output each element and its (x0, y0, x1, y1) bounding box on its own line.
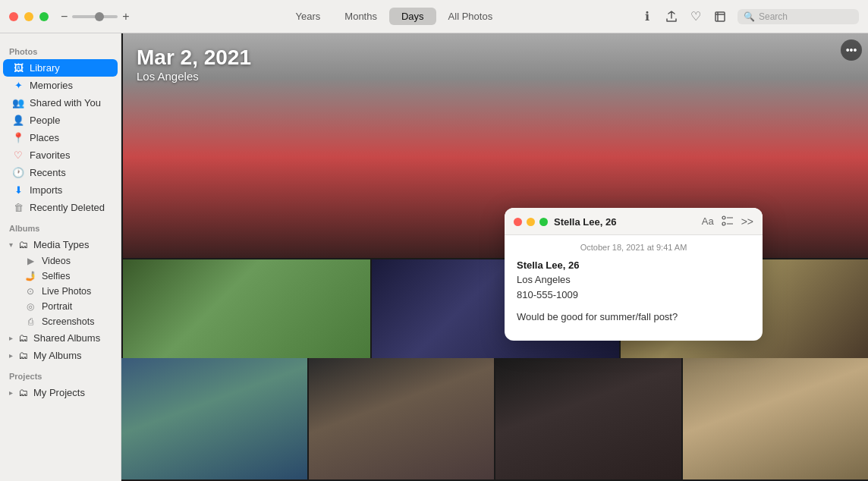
shared-with-you-icon: 👥 (12, 97, 24, 108)
maximize-button[interactable] (39, 12, 49, 21)
imports-icon: ⬇ (12, 184, 24, 196)
sidebar-item-imports[interactable]: ⬇ Imports (3, 181, 118, 199)
albums-section-label: Albums (0, 216, 121, 236)
selfies-icon: 🤳 (24, 271, 36, 281)
note-format-button[interactable] (722, 215, 734, 228)
note-title: Stella Lee, 26 (554, 216, 696, 228)
sidebar-item-recents[interactable]: 🕐 Recents (3, 164, 118, 181)
minimize-button[interactable] (24, 12, 33, 21)
svg-rect-0 (715, 12, 725, 21)
sidebar-item-shared-with-you[interactable]: 👥 Shared with You (3, 94, 118, 112)
sidebar-item-people[interactable]: 👤 People (3, 112, 118, 129)
my-albums-icon: 🗂 (18, 350, 28, 361)
favorites-icon: ♡ (12, 149, 24, 161)
note-popup: Stella Lee, 26 Aa >> October 18, 2021 at (505, 208, 763, 341)
more-button[interactable]: ••• (841, 39, 862, 61)
search-box[interactable]: 🔍 Search (737, 9, 859, 24)
info-button[interactable]: ℹ (640, 10, 654, 24)
bottom-photo-3[interactable] (495, 358, 681, 479)
main-content: Photos 🖼 Library ✦ Memories 👥 Shared wit… (0, 33, 868, 481)
tab-all-photos[interactable]: All Photos (436, 8, 505, 25)
projects-section-label: Projects (0, 364, 121, 384)
sidebar-item-library[interactable]: 🖼 Library (3, 59, 118, 77)
media-types-header[interactable]: ▾ 🗂 Media Types (3, 236, 118, 253)
places-icon: 📍 (12, 132, 24, 143)
close-button[interactable] (9, 12, 18, 21)
note-toolbar: Aa >> (702, 215, 753, 228)
sidebar: Photos 🖼 Library ✦ Memories 👥 Shared wit… (0, 33, 121, 481)
videos-icon: ▶ (24, 256, 36, 266)
svg-point-1 (722, 216, 725, 219)
note-titlebar: Stella Lee, 26 Aa >> (505, 208, 763, 235)
photos-section-label: Photos (0, 39, 121, 59)
photos-area: Mar 2, 2021 Los Angeles ••• (121, 33, 868, 481)
note-window-controls (514, 218, 548, 226)
svg-point-2 (722, 222, 725, 225)
my-albums-header[interactable]: ▸ 🗂 My Albums (3, 347, 118, 364)
titlebar: − + Years Months Days All Photos ℹ ♡ 🔍 S… (0, 0, 868, 33)
bottom-photo-2[interactable] (309, 358, 495, 479)
recently-deleted-icon: 🗑 (12, 202, 24, 213)
recents-icon: 🕐 (12, 167, 24, 178)
bottom-section (121, 358, 868, 479)
tab-days[interactable]: Days (389, 8, 436, 25)
toolbar-right: ℹ ♡ 🔍 Search (640, 9, 859, 24)
note-contact-location: Los Angeles (517, 272, 750, 288)
chevron-right-icon-2: ▸ (9, 351, 13, 360)
photo-date: Mar 2, 2021 (137, 46, 251, 70)
sidebar-item-selfies[interactable]: 🤳 Selfies (3, 269, 118, 284)
live-photos-icon: ⊙ (24, 286, 36, 297)
sidebar-item-screenshots[interactable]: ⎙ Screenshots (3, 314, 118, 329)
search-input[interactable]: Search (759, 11, 788, 22)
sidebar-item-live-photos[interactable]: ⊙ Live Photos (3, 284, 118, 299)
shared-albums-icon: 🗂 (18, 332, 28, 344)
sidebar-group-media-types: ▾ 🗂 Media Types ▶ Videos 🤳 Selfies ⊙ Liv… (3, 236, 118, 329)
sidebar-item-favorites[interactable]: ♡ Favorites (3, 146, 118, 164)
note-contact-name: Stella Lee, 26 (517, 259, 750, 271)
zoom-slider[interactable] (72, 15, 118, 18)
bottom-photo-1[interactable] (121, 358, 307, 479)
note-contact-phone: 810-555-1009 (517, 288, 750, 303)
portrait-icon: ◎ (24, 301, 36, 312)
sidebar-item-memories[interactable]: ✦ Memories (3, 77, 118, 94)
media-types-icon: 🗂 (18, 239, 28, 250)
sidebar-item-recently-deleted[interactable]: 🗑 Recently Deleted (3, 199, 118, 216)
photo-location: Los Angeles (137, 70, 251, 83)
favorite-button[interactable]: ♡ (689, 10, 703, 24)
date-header: Mar 2, 2021 Los Angeles (137, 46, 251, 83)
window-controls (9, 12, 49, 21)
note-minimize-button[interactable] (527, 218, 535, 226)
chevron-down-icon: ▾ (9, 240, 13, 249)
chevron-right-icon-3: ▸ (9, 388, 13, 397)
tab-months[interactable]: Months (332, 8, 389, 25)
memories-icon: ✦ (12, 80, 24, 91)
zoom-minus-button[interactable]: − (61, 11, 68, 23)
tab-years[interactable]: Years (284, 8, 333, 25)
small-photo-1[interactable] (123, 259, 370, 358)
screenshots-icon: ⎙ (24, 316, 36, 327)
note-font-button[interactable]: Aa (702, 215, 714, 228)
shared-albums-header[interactable]: ▸ 🗂 Shared Albums (3, 329, 118, 347)
crop-button[interactable] (713, 10, 727, 24)
people-icon: 👤 (12, 115, 24, 126)
note-maximize-button[interactable] (539, 218, 548, 226)
sidebar-item-portrait[interactable]: ◎ Portrait (3, 299, 118, 314)
my-projects-icon: 🗂 (18, 387, 28, 398)
note-body: Stella Lee, 26 Los Angeles 810-555-1009 … (505, 252, 763, 341)
note-caption: Would be good for summer/fall post? (517, 311, 750, 322)
share-button[interactable] (665, 10, 678, 24)
sidebar-item-videos[interactable]: ▶ Videos (3, 253, 118, 269)
nav-tabs: Years Months Days All Photos (148, 8, 640, 25)
chevron-right-icon: ▸ (9, 334, 13, 342)
zoom-plus-button[interactable]: + (122, 11, 129, 23)
search-icon: 🔍 (744, 11, 755, 22)
zoom-control: − + (61, 11, 130, 23)
sidebar-item-places[interactable]: 📍 Places (3, 129, 118, 146)
note-close-button[interactable] (514, 218, 522, 226)
note-expand-button[interactable]: >> (741, 215, 753, 228)
library-icon: 🖼 (12, 62, 24, 74)
bottom-photo-4[interactable] (683, 358, 869, 479)
zoom-thumb (95, 12, 104, 21)
my-projects-header[interactable]: ▸ 🗂 My Projects (3, 384, 118, 401)
note-date: October 18, 2021 at 9:41 AM (505, 235, 763, 252)
